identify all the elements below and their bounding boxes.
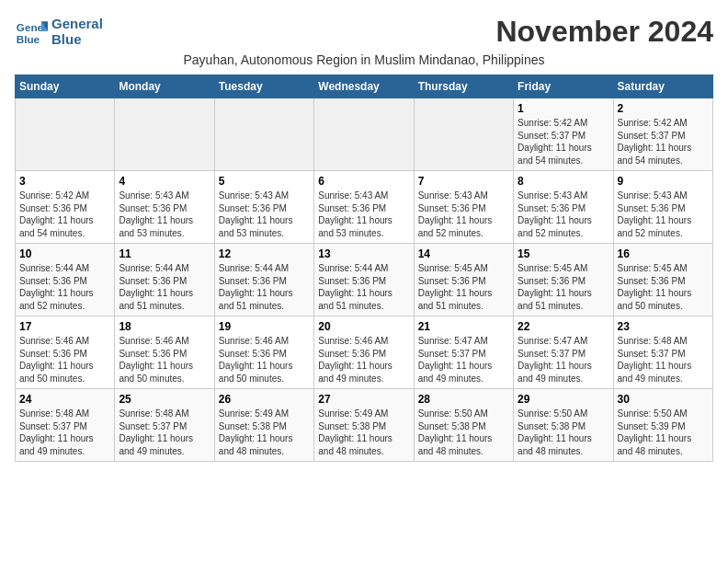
day-info: Sunrise: 5:46 AM Sunset: 5:36 PM Dayligh… — [119, 335, 210, 385]
calendar-day-cell: 21Sunrise: 5:47 AM Sunset: 5:37 PM Dayli… — [414, 316, 513, 389]
day-info: Sunrise: 5:42 AM Sunset: 5:37 PM Dayligh… — [518, 117, 609, 167]
weekday-header-cell: Friday — [514, 75, 613, 98]
calendar-day-cell: 12Sunrise: 5:44 AM Sunset: 5:36 PM Dayli… — [214, 244, 313, 316]
day-info: Sunrise: 5:49 AM Sunset: 5:38 PM Dayligh… — [219, 408, 310, 457]
day-info: Sunrise: 5:50 AM Sunset: 5:39 PM Dayligh… — [618, 408, 709, 457]
day-info: Sunrise: 5:45 AM Sunset: 5:36 PM Dayligh… — [418, 262, 509, 312]
day-info: Sunrise: 5:43 AM Sunset: 5:36 PM Dayligh… — [518, 190, 609, 239]
calendar-day-cell: 13Sunrise: 5:44 AM Sunset: 5:36 PM Dayli… — [314, 244, 414, 316]
day-number: 22 — [518, 320, 609, 333]
day-info: Sunrise: 5:47 AM Sunset: 5:37 PM Dayligh… — [418, 335, 509, 385]
day-number: 18 — [119, 320, 210, 333]
calendar-week-row: 3Sunrise: 5:42 AM Sunset: 5:36 PM Daylig… — [16, 171, 713, 244]
calendar-day-cell: 6Sunrise: 5:43 AM Sunset: 5:36 PM Daylig… — [314, 171, 414, 244]
calendar-day-cell: 8Sunrise: 5:43 AM Sunset: 5:36 PM Daylig… — [514, 171, 613, 244]
day-info: Sunrise: 5:46 AM Sunset: 5:36 PM Dayligh… — [19, 335, 110, 385]
calendar-day-cell — [414, 98, 513, 171]
day-info: Sunrise: 5:45 AM Sunset: 5:36 PM Dayligh… — [618, 262, 709, 312]
calendar-day-cell: 16Sunrise: 5:45 AM Sunset: 5:36 PM Dayli… — [613, 244, 712, 316]
day-number: 11 — [119, 247, 210, 260]
calendar-day-cell: 17Sunrise: 5:46 AM Sunset: 5:36 PM Dayli… — [16, 316, 115, 389]
day-info: Sunrise: 5:50 AM Sunset: 5:38 PM Dayligh… — [418, 408, 509, 457]
day-number: 19 — [219, 320, 310, 333]
weekday-header-cell: Saturday — [613, 75, 712, 98]
day-number: 7 — [418, 175, 509, 188]
calendar-day-cell: 24Sunrise: 5:48 AM Sunset: 5:37 PM Dayli… — [16, 389, 115, 462]
logo-subtext: Blue — [51, 31, 103, 47]
calendar-day-cell: 15Sunrise: 5:45 AM Sunset: 5:36 PM Dayli… — [514, 244, 613, 316]
calendar-body: 1Sunrise: 5:42 AM Sunset: 5:37 PM Daylig… — [16, 98, 713, 462]
page-header: General Blue General Blue November 2024 — [15, 15, 713, 49]
day-number: 13 — [318, 247, 409, 260]
month-title: November 2024 — [495, 15, 713, 49]
day-info: Sunrise: 5:42 AM Sunset: 5:36 PM Dayligh… — [19, 190, 110, 239]
day-info: Sunrise: 5:48 AM Sunset: 5:37 PM Dayligh… — [19, 408, 110, 457]
calendar-day-cell: 27Sunrise: 5:49 AM Sunset: 5:38 PM Dayli… — [314, 389, 414, 462]
day-info: Sunrise: 5:43 AM Sunset: 5:36 PM Dayligh… — [219, 190, 310, 239]
calendar-day-cell — [214, 98, 313, 171]
calendar-day-cell: 10Sunrise: 5:44 AM Sunset: 5:36 PM Dayli… — [16, 244, 115, 316]
day-number: 9 — [618, 175, 709, 188]
day-info: Sunrise: 5:47 AM Sunset: 5:37 PM Dayligh… — [518, 335, 609, 385]
calendar-day-cell: 2Sunrise: 5:42 AM Sunset: 5:37 PM Daylig… — [613, 98, 712, 171]
day-info: Sunrise: 5:45 AM Sunset: 5:36 PM Dayligh… — [518, 262, 609, 312]
day-number: 4 — [119, 175, 210, 188]
day-number: 12 — [219, 247, 310, 260]
calendar-subtitle: Payuhan, Autonomous Region in Muslim Min… — [15, 52, 713, 67]
weekday-header-cell: Tuesday — [214, 75, 313, 98]
calendar-day-cell: 29Sunrise: 5:50 AM Sunset: 5:38 PM Dayli… — [514, 389, 613, 462]
calendar-week-row: 1Sunrise: 5:42 AM Sunset: 5:37 PM Daylig… — [16, 98, 713, 171]
calendar-day-cell: 28Sunrise: 5:50 AM Sunset: 5:38 PM Dayli… — [414, 389, 513, 462]
calendar-day-cell: 26Sunrise: 5:49 AM Sunset: 5:38 PM Dayli… — [214, 389, 313, 462]
day-number: 28 — [418, 393, 509, 406]
calendar-day-cell — [314, 98, 414, 171]
calendar-day-cell: 20Sunrise: 5:46 AM Sunset: 5:36 PM Dayli… — [314, 316, 414, 389]
day-number: 26 — [219, 393, 310, 406]
day-info: Sunrise: 5:43 AM Sunset: 5:36 PM Dayligh… — [418, 190, 509, 239]
day-number: 17 — [19, 320, 110, 333]
calendar-week-row: 24Sunrise: 5:48 AM Sunset: 5:37 PM Dayli… — [16, 389, 713, 462]
day-number: 25 — [119, 393, 210, 406]
calendar-week-row: 10Sunrise: 5:44 AM Sunset: 5:36 PM Dayli… — [16, 244, 713, 316]
day-number: 2 — [618, 102, 709, 115]
day-number: 16 — [618, 247, 709, 260]
day-info: Sunrise: 5:44 AM Sunset: 5:36 PM Dayligh… — [19, 262, 110, 312]
calendar-day-cell: 19Sunrise: 5:46 AM Sunset: 5:36 PM Dayli… — [214, 316, 313, 389]
day-number: 10 — [19, 247, 110, 260]
day-number: 5 — [219, 175, 310, 188]
day-info: Sunrise: 5:48 AM Sunset: 5:37 PM Dayligh… — [119, 408, 210, 457]
day-number: 20 — [318, 320, 409, 333]
day-info: Sunrise: 5:43 AM Sunset: 5:36 PM Dayligh… — [618, 190, 709, 239]
calendar-week-row: 17Sunrise: 5:46 AM Sunset: 5:36 PM Dayli… — [16, 316, 713, 389]
day-number: 3 — [19, 175, 110, 188]
day-number: 15 — [518, 247, 609, 260]
calendar-day-cell: 14Sunrise: 5:45 AM Sunset: 5:36 PM Dayli… — [414, 244, 513, 316]
day-info: Sunrise: 5:44 AM Sunset: 5:36 PM Dayligh… — [219, 262, 310, 312]
calendar-table: SundayMondayTuesdayWednesdayThursdayFrid… — [15, 75, 713, 462]
day-number: 29 — [518, 393, 609, 406]
day-number: 6 — [318, 175, 409, 188]
calendar-day-cell: 23Sunrise: 5:48 AM Sunset: 5:37 PM Dayli… — [613, 316, 712, 389]
calendar-day-cell: 4Sunrise: 5:43 AM Sunset: 5:36 PM Daylig… — [115, 171, 214, 244]
calendar-day-cell: 30Sunrise: 5:50 AM Sunset: 5:39 PM Dayli… — [613, 389, 712, 462]
logo-icon: General Blue — [15, 15, 48, 48]
day-info: Sunrise: 5:42 AM Sunset: 5:37 PM Dayligh… — [618, 117, 709, 167]
calendar-day-cell: 3Sunrise: 5:42 AM Sunset: 5:36 PM Daylig… — [16, 171, 115, 244]
day-info: Sunrise: 5:43 AM Sunset: 5:36 PM Dayligh… — [318, 190, 409, 239]
day-number: 24 — [19, 393, 110, 406]
calendar-day-cell: 18Sunrise: 5:46 AM Sunset: 5:36 PM Dayli… — [115, 316, 214, 389]
weekday-header-cell: Wednesday — [314, 75, 414, 98]
calendar-day-cell: 1Sunrise: 5:42 AM Sunset: 5:37 PM Daylig… — [514, 98, 613, 171]
day-info: Sunrise: 5:49 AM Sunset: 5:38 PM Dayligh… — [318, 408, 409, 457]
weekday-header-cell: Sunday — [16, 75, 115, 98]
calendar-day-cell: 9Sunrise: 5:43 AM Sunset: 5:36 PM Daylig… — [613, 171, 712, 244]
day-info: Sunrise: 5:46 AM Sunset: 5:36 PM Dayligh… — [219, 335, 310, 385]
day-number: 23 — [618, 320, 709, 333]
calendar-day-cell — [16, 98, 115, 171]
day-number: 30 — [618, 393, 709, 406]
calendar-day-cell: 7Sunrise: 5:43 AM Sunset: 5:36 PM Daylig… — [414, 171, 513, 244]
day-number: 1 — [518, 102, 609, 115]
day-info: Sunrise: 5:43 AM Sunset: 5:36 PM Dayligh… — [119, 190, 210, 239]
day-number: 8 — [518, 175, 609, 188]
weekday-header-cell: Monday — [115, 75, 214, 98]
